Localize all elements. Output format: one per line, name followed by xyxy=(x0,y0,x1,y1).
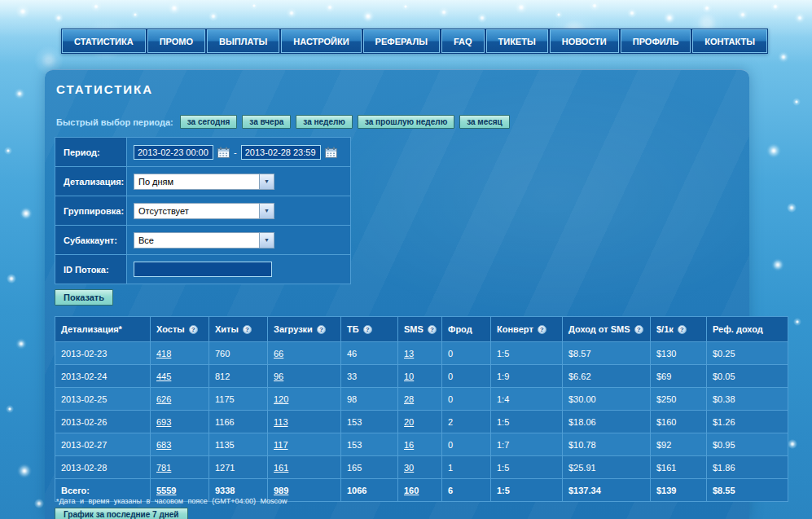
column-header: Детализация* xyxy=(55,317,151,342)
help-icon[interactable]: ? xyxy=(678,325,687,334)
chart-button[interactable]: График за последние 7 дней xyxy=(55,508,188,519)
chevron-down-icon: ▼ xyxy=(259,174,274,189)
column-label: Хосты xyxy=(156,324,185,334)
column-header: ТБ? xyxy=(341,317,398,342)
stat-link[interactable]: 30 xyxy=(404,463,414,473)
stat-link[interactable]: 120 xyxy=(274,394,288,404)
quick-period-yesterday[interactable]: за вчера xyxy=(242,115,291,129)
column-header: SMS? xyxy=(398,317,442,342)
stat-link[interactable]: 160 xyxy=(404,486,419,495)
nav-tab-referrals[interactable]: РЕФЕРАЛЫ xyxy=(363,29,440,53)
table-cell: 2013-02-27 xyxy=(55,433,151,456)
stream-id-input[interactable] xyxy=(134,262,272,277)
stat-link[interactable]: 117 xyxy=(274,440,288,450)
column-header: Доход от SMS? xyxy=(563,317,651,342)
table-cell: $160 xyxy=(651,411,707,433)
stat-link[interactable]: 781 xyxy=(156,463,171,473)
help-icon[interactable]: ? xyxy=(538,325,546,334)
table-cell: $250 xyxy=(651,388,707,411)
nav-tab-profile[interactable]: ПРОФИЛЬ xyxy=(621,29,691,53)
stat-link[interactable]: 161 xyxy=(274,463,288,473)
table-cell: 153 xyxy=(341,433,398,456)
table-cell: $0.25 xyxy=(707,342,788,365)
nav-tab-news[interactable]: НОВОСТИ xyxy=(550,29,619,53)
stats-table-body: 2013-02-2341876066461301:5$8.57$130$0.25… xyxy=(55,342,788,479)
help-icon[interactable]: ? xyxy=(189,325,198,334)
stat-link[interactable]: 66 xyxy=(274,349,283,358)
column-label: Загрузки xyxy=(274,324,313,334)
total-cell: 160 xyxy=(398,479,442,502)
quick-period-week[interactable]: за неделю xyxy=(296,115,353,129)
period-field: - xyxy=(127,138,350,166)
stat-link[interactable]: 418 xyxy=(156,349,171,358)
table-cell: 1135 xyxy=(209,433,268,456)
help-icon[interactable]: ? xyxy=(243,325,252,334)
stat-link[interactable]: 96 xyxy=(274,372,283,381)
stat-link[interactable]: 626 xyxy=(156,394,171,404)
table-cell: 1271 xyxy=(209,456,268,479)
stat-link[interactable]: 693 xyxy=(156,417,171,427)
period-separator: - xyxy=(234,147,237,157)
timezone-footnote: *Дата и время указаны в часовом поясе (G… xyxy=(56,497,287,505)
table-cell: 161 xyxy=(268,456,341,479)
table-cell: 812 xyxy=(209,365,268,388)
stat-link[interactable]: 5559 xyxy=(156,486,176,495)
stat-link[interactable]: 20 xyxy=(404,417,414,427)
stat-link[interactable]: 113 xyxy=(274,417,288,427)
nav-tab-payouts[interactable]: ВЫПЛАТЫ xyxy=(207,29,279,53)
chevron-down-icon: ▼ xyxy=(259,204,274,218)
stats-table-head: Детализация*Хосты?Хиты?Загрузки?ТБ?SMS?Ф… xyxy=(55,317,788,342)
nav-tab-tickets[interactable]: ТИКЕТЫ xyxy=(486,29,548,53)
filter-row-subaccount: Субаккаунт: Все ▼ xyxy=(55,226,350,255)
total-cell: $8.55 xyxy=(707,479,788,502)
stat-link[interactable]: 28 xyxy=(404,394,414,404)
help-icon[interactable]: ? xyxy=(634,325,643,334)
nav-tab-settings[interactable]: НАСТРОЙКИ xyxy=(281,29,361,53)
period-to-input[interactable] xyxy=(241,145,321,160)
quick-period-month[interactable]: за месяц xyxy=(459,115,510,129)
column-label: Реф. доход xyxy=(713,324,763,334)
nav-tab-contacts[interactable]: КОНТАКТЫ xyxy=(692,29,767,53)
main-nav: СТАТИСТИКАПРОМОВЫПЛАТЫНАСТРОЙКИРЕФЕРАЛЫF… xyxy=(61,29,768,54)
table-cell: 66 xyxy=(268,342,341,365)
table-row: 2013-02-2669311661131532021:5$18.06$160$… xyxy=(55,411,788,433)
total-cell: $137.34 xyxy=(563,479,651,502)
period-from-input[interactable] xyxy=(134,145,213,160)
quick-period-today[interactable]: за сегодня xyxy=(180,115,238,129)
help-icon[interactable]: ? xyxy=(363,325,372,334)
stat-link[interactable]: 16 xyxy=(404,440,414,450)
calendar-icon[interactable] xyxy=(217,147,230,158)
stat-link[interactable]: 10 xyxy=(404,372,414,381)
table-cell: $0.38 xyxy=(707,388,788,411)
stats-table: Детализация*Хосты?Хиты?Загрузки?ТБ?SMS?Ф… xyxy=(55,316,788,502)
detail-select[interactable]: По дням ▼ xyxy=(134,174,274,190)
quick-period-label: Быстрый выбор периода: xyxy=(56,117,173,127)
quick-period-row: Быстрый выбор периода: за сегодняза вчер… xyxy=(56,115,510,129)
stat-link[interactable]: 13 xyxy=(404,349,414,358)
table-cell: 693 xyxy=(151,411,209,433)
content-panel: СТАТИСТИКА Быстрый выбор периода: за сег… xyxy=(45,69,749,519)
column-header: Фрод xyxy=(442,317,491,342)
table-row: 2013-02-2768311351171531601:7$10.78$92$0… xyxy=(55,433,788,456)
nav-tab-promo[interactable]: ПРОМО xyxy=(147,29,205,53)
detail-select-value: По дням xyxy=(134,177,259,187)
grouping-field: Отсутствует ▼ xyxy=(127,196,350,225)
table-row: 2013-02-256261175120982801:4$30.00$250$0… xyxy=(55,388,788,411)
column-header: Загрузки? xyxy=(268,317,341,342)
stat-link[interactable]: 445 xyxy=(156,372,171,381)
table-cell: 2013-02-26 xyxy=(55,411,151,433)
help-icon[interactable]: ? xyxy=(428,325,437,334)
calendar-icon[interactable] xyxy=(325,147,337,158)
stat-link[interactable]: 683 xyxy=(156,440,171,450)
grouping-select[interactable]: Отсутствует ▼ xyxy=(134,203,274,219)
stat-link[interactable]: 989 xyxy=(274,486,288,495)
table-cell: 1:4 xyxy=(491,388,563,411)
nav-tab-faq[interactable]: FAQ xyxy=(441,29,485,53)
subaccount-select[interactable]: Все ▼ xyxy=(134,232,274,249)
filter-row-detail: Детализация: По дням ▼ xyxy=(55,167,350,196)
show-button[interactable]: Показать xyxy=(55,289,113,306)
quick-period-last-week[interactable]: за прошлую неделю xyxy=(358,115,454,129)
help-icon[interactable]: ? xyxy=(317,325,326,334)
total-cell: $139 xyxy=(651,479,707,502)
nav-tab-statistics[interactable]: СТАТИСТИКА xyxy=(62,29,146,53)
